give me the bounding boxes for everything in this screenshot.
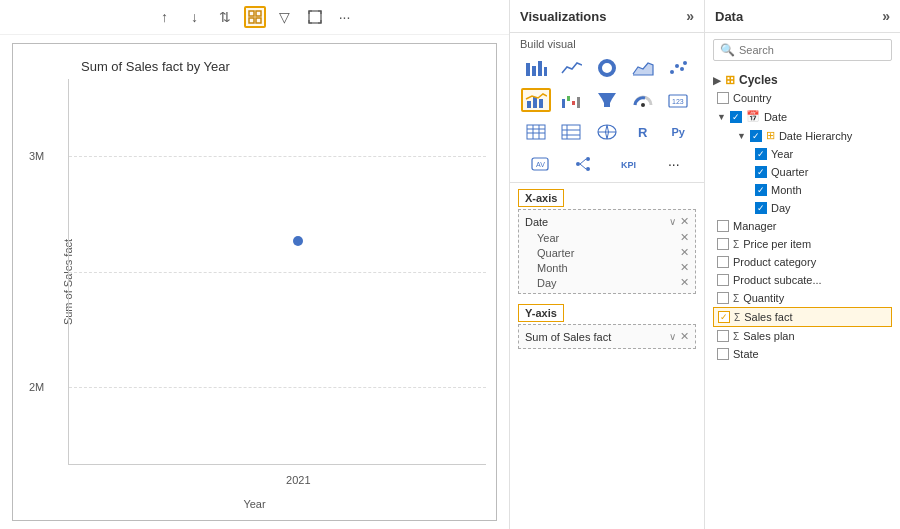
r-icon[interactable]: R [628,120,658,144]
x-axis-box[interactable]: Date ∨ ✕ Year ✕ Quarter ✕ Month ✕ Day ✕ [518,209,696,294]
sort-desc-button[interactable]: ↓ [184,6,206,28]
donut-icon[interactable] [592,56,622,80]
map-icon[interactable] [592,120,622,144]
sort-asc-button[interactable]: ↑ [154,6,176,28]
line-selected-icon[interactable] [521,88,551,112]
date-hier-checkbox[interactable]: ✓ [750,130,762,142]
tree-item-country[interactable]: Country [713,89,892,107]
tree-item-product-cat[interactable]: Product category [713,253,892,271]
y-axis-expand-icon[interactable]: ∨ [669,331,676,342]
svg-rect-3 [256,18,261,23]
matrix-icon[interactable] [556,120,586,144]
table-icon[interactable] [521,120,551,144]
date-icon: 📅 [746,110,760,123]
viz-panel-expand-icon[interactable]: » [686,8,694,24]
quantity-checkbox[interactable] [717,292,729,304]
more-options-button[interactable]: ··· [334,6,356,28]
x-axis-quarter-label: Quarter [537,247,574,259]
svg-text:123: 123 [672,98,684,105]
tree-item-sales-plan[interactable]: Σ Sales plan [713,327,892,345]
x-axis-year-close[interactable]: ✕ [680,231,689,244]
month-checkbox[interactable]: ✓ [755,184,767,196]
x-axis-month-close[interactable]: ✕ [680,261,689,274]
manager-checkbox[interactable] [717,220,729,232]
tree-item-date-hierarchy[interactable]: ▼ ✓ ⊞ Date Hierarchy [733,126,892,145]
tree-item-date[interactable]: ▼ ✓ 📅 Date [713,107,892,126]
gauge-icon[interactable] [628,88,658,112]
product-sub-checkbox[interactable] [717,274,729,286]
y-axis-box[interactable]: Sum of Sales fact ∨ ✕ [518,324,696,349]
x-axis-year-label: Year [537,232,559,244]
svg-line-43 [580,164,586,169]
y-axis-section: Y-axis Sum of Sales fact ∨ ✕ [518,304,696,349]
date-hier-arrow[interactable]: ▼ [737,131,746,141]
day-checkbox[interactable]: ✓ [755,202,767,214]
y-axis-close-icon[interactable]: ✕ [680,330,689,343]
cycles-expand-arrow[interactable]: ▶ [713,75,721,86]
filter-button[interactable]: ▽ [274,6,296,28]
x-axis-expand-icon[interactable]: ∨ [669,216,676,227]
more-visuals-icon[interactable]: ··· [659,152,689,176]
tree-item-product-sub[interactable]: Product subcate... [713,271,892,289]
svg-point-14 [683,61,687,65]
ai-visual-icon[interactable]: AV [525,152,555,176]
tree-item-day[interactable]: ✓ Day [751,199,892,217]
state-checkbox[interactable] [717,348,729,360]
x-axis-close-icon[interactable]: ✕ [680,215,689,228]
product-cat-checkbox[interactable] [717,256,729,268]
data-tree: ▶ ⊞ Cycles Country ▼ ✓ 📅 Date ▼ ✓ ⊞ Date… [705,67,900,529]
price-checkbox[interactable] [717,238,729,250]
tree-item-quarter[interactable]: ✓ Quarter [751,163,892,181]
search-input[interactable] [739,44,885,56]
tree-item-quantity[interactable]: Σ Quantity [713,289,892,307]
quarter-label: Quarter [771,166,808,178]
x-axis-day-label: Day [537,277,557,289]
focus-button[interactable] [304,6,326,28]
price-sigma: Σ [733,239,739,250]
tree-item-sales-fact[interactable]: ✓ Σ Sales fact [713,307,892,327]
funnel-icon[interactable] [592,88,622,112]
tree-item-manager[interactable]: Manager [713,217,892,235]
y-axis-sales-item: Sum of Sales fact ∨ ✕ [525,328,689,345]
tree-item-month[interactable]: ✓ Month [751,181,892,199]
x-axis-month: Month ✕ [525,260,689,275]
y-label-3m: 3M [29,150,44,162]
scatter-icon[interactable] [663,56,693,80]
year-checkbox[interactable]: ✓ [755,148,767,160]
country-label: Country [733,92,772,104]
svg-rect-7 [538,61,542,76]
tree-item-price[interactable]: Σ Price per item [713,235,892,253]
sales-fact-checkbox[interactable]: ✓ [718,311,730,323]
x-axis-quarter-close[interactable]: ✕ [680,246,689,259]
search-icon: 🔍 [720,43,735,57]
area-chart-icon[interactable] [628,56,658,80]
y-axis-sales-name: Sum of Sales fact [525,331,669,343]
date-expand-arrow[interactable]: ▼ [717,112,726,122]
decomp-tree-icon[interactable] [570,152,600,176]
viz-icons-row-4: AV KPI ··· [510,148,704,180]
tree-group-cycles: ▶ ⊞ Cycles [713,69,892,89]
sort-both-button[interactable]: ⇅ [214,6,236,28]
kpi-icon[interactable]: KPI [614,152,644,176]
svg-point-23 [641,103,645,107]
x-axis-quarter: Quarter ✕ [525,245,689,260]
data-panel-expand-icon[interactable]: » [882,8,890,24]
svg-rect-31 [562,125,580,139]
chart-area: Sum of Sales fact by Year Sum of Sales f… [12,43,497,521]
y-axis-label: Y-axis [518,304,564,322]
py-icon[interactable]: Py [663,120,693,144]
stacked-bar-icon[interactable] [521,56,551,80]
line-chart-icon[interactable] [556,56,586,80]
x-axis-day-close[interactable]: ✕ [680,276,689,289]
svg-point-41 [586,167,590,171]
quarter-checkbox[interactable]: ✓ [755,166,767,178]
svg-rect-19 [567,96,570,101]
waterfall-icon[interactable] [556,88,586,112]
date-checkbox[interactable]: ✓ [730,111,742,123]
country-checkbox[interactable] [717,92,729,104]
sales-plan-checkbox[interactable] [717,330,729,342]
tree-item-state[interactable]: State [713,345,892,363]
tree-item-year[interactable]: ✓ Year [751,145,892,163]
expand-button[interactable] [244,6,266,28]
card-icon[interactable]: 123 [663,88,693,112]
